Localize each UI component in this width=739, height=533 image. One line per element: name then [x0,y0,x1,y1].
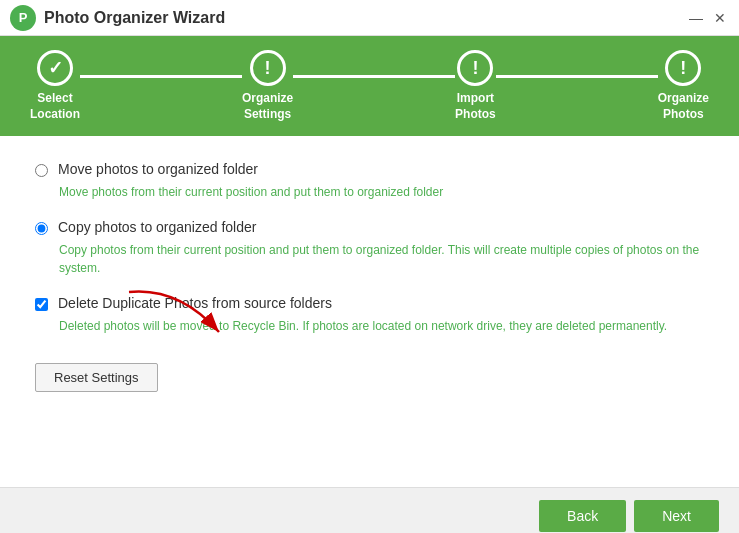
title-bar-left: P Photo Organizer Wizard [10,5,225,31]
step-organize-settings: ! OrganizeSettings [242,50,293,122]
move-description: Move photos from their current position … [59,183,704,201]
stepper: ✓ SelectLocation ! OrganizeSettings ! Im… [30,50,709,122]
step-select-location: ✓ SelectLocation [30,50,80,122]
move-radio[interactable] [35,164,48,177]
minimize-button[interactable]: — [687,9,705,27]
step-import-photos: ! ImportPhotos [455,50,496,122]
step-label-3: ImportPhotos [455,91,496,122]
delete-duplicate-checkbox[interactable] [35,298,48,311]
step-line-2 [293,75,455,78]
step-organize-photos: ! OrganizePhotos [658,50,709,122]
move-option-row: Move photos to organized folder [35,161,704,177]
copy-option-row: Copy photos to organized folder [35,219,704,235]
step-label-2: OrganizeSettings [242,91,293,122]
footer: Back Next [0,487,739,533]
title-bar-controls: — ✕ [687,9,729,27]
move-label[interactable]: Move photos to organized folder [58,161,258,177]
app-logo: P [10,5,36,31]
back-button[interactable]: Back [539,500,626,532]
main-content: Move photos to organized folder Move pho… [0,136,739,487]
step-circle-4: ! [665,50,701,86]
close-button[interactable]: ✕ [711,9,729,27]
next-button[interactable]: Next [634,500,719,532]
copy-radio[interactable] [35,222,48,235]
stepper-bar: ✓ SelectLocation ! OrganizeSettings ! Im… [0,36,739,136]
step-circle-1: ✓ [37,50,73,86]
step-label-1: SelectLocation [30,91,80,122]
step-line-3 [496,75,658,78]
copy-label[interactable]: Copy photos to organized folder [58,219,256,235]
red-arrow-annotation [119,282,239,342]
app-title: Photo Organizer Wizard [44,9,225,27]
reset-settings-button[interactable]: Reset Settings [35,363,158,392]
step-line-1 [80,75,242,78]
copy-description: Copy photos from their current position … [59,241,704,277]
step-circle-2: ! [250,50,286,86]
title-bar: P Photo Organizer Wizard — ✕ [0,0,739,36]
step-label-4: OrganizePhotos [658,91,709,122]
step-circle-3: ! [457,50,493,86]
